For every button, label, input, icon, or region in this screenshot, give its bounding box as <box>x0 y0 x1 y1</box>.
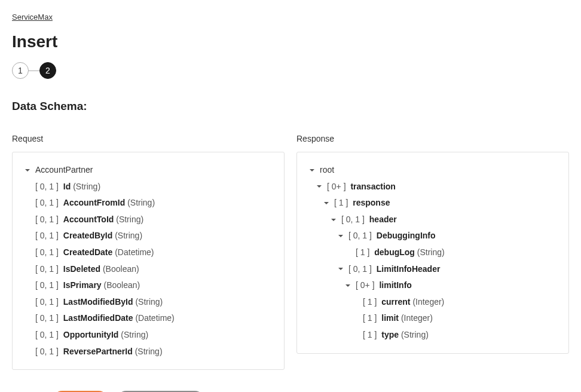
tree-node-limitinfoheader[interactable]: [ 0, 1 ] LimitInfoHeader <box>308 261 558 278</box>
chevron-down-icon[interactable] <box>308 166 316 174</box>
tree-node-label: [ 0+ ] transaction <box>327 181 396 193</box>
response-panel: root [ 0+ ] transaction [ 1 ] response [… <box>296 152 569 354</box>
response-column-title: Response <box>296 134 569 143</box>
step-indicator: 1 2 <box>12 62 569 79</box>
chevron-down-icon[interactable] <box>322 199 331 207</box>
chevron-down-icon[interactable] <box>337 232 345 240</box>
tree-leaf[interactable]: [ 0, 1 ] IsPrimary (Boolean) <box>23 277 273 294</box>
tree-leaf-label: [ 0, 1 ] LastModifiedDate (Datetime) <box>35 313 175 324</box>
tree-leaf[interactable]: [ 0, 1 ] ReversePartnerId (String) <box>23 344 273 360</box>
tree-node-label: [ 0+ ] limitInfo <box>356 280 412 292</box>
tree-leaf[interactable]: [ 0, 1 ] AccountFromId (String) <box>23 195 273 212</box>
tree-node-label: [ 1 ] response <box>334 197 390 209</box>
response-column: Response root [ 0+ ] transaction [ 1 ] r… <box>296 134 569 370</box>
tree-node-limitinfo[interactable]: [ 0+ ] limitInfo <box>308 277 558 294</box>
tree-node-response[interactable]: [ 1 ] response <box>308 195 558 212</box>
tree-leaf-limit[interactable]: [ 1 ] limit (Integer) <box>308 310 558 327</box>
tree-node-label: [ 0, 1 ] header <box>341 214 397 226</box>
request-column-title: Request <box>12 134 285 143</box>
tree-node-label: AccountPartner <box>35 164 93 176</box>
tree-leaf-label: [ 0, 1 ] AccountToId (String) <box>35 214 143 226</box>
step-connector <box>29 71 39 71</box>
step-2[interactable]: 2 <box>39 62 56 79</box>
section-title: Data Schema: <box>12 100 569 113</box>
tree-leaf-label: [ 0, 1 ] LastModifiedById (String) <box>35 296 163 308</box>
tree-leaf-label: [ 1 ] debugLog (String) <box>356 247 445 259</box>
tree-leaf-label: [ 0, 1 ] CreatedDate (Datetime) <box>35 247 154 259</box>
chevron-down-icon[interactable] <box>23 166 32 174</box>
chevron-down-icon[interactable] <box>329 216 338 224</box>
request-panel: AccountPartner [ 0, 1 ] Id (String)[ 0, … <box>12 152 285 370</box>
tree-node-label: [ 0, 1 ] DebuggingInfo <box>348 230 436 242</box>
page-title: Insert <box>12 32 569 51</box>
tree-leaf-label: [ 0, 1 ] AccountFromId (String) <box>35 197 155 209</box>
chevron-down-icon[interactable] <box>344 281 352 290</box>
tree-leaf-label: [ 1 ] type (String) <box>363 329 429 341</box>
tree-leaf-debuglog[interactable]: [ 1 ] debugLog (String) <box>308 244 558 261</box>
tree-leaf[interactable]: [ 0, 1 ] IsDeleted (Boolean) <box>23 261 273 278</box>
tree-leaf[interactable]: [ 0, 1 ] OpportunityId (String) <box>23 327 273 344</box>
chevron-down-icon[interactable] <box>315 182 323 191</box>
tree-leaf[interactable]: [ 0, 1 ] AccountToId (String) <box>23 212 273 228</box>
step-1[interactable]: 1 <box>12 62 29 79</box>
tree-leaf[interactable]: [ 0, 1 ] LastModifiedById (String) <box>23 294 273 311</box>
tree-node-header[interactable]: [ 0, 1 ] header <box>308 212 558 228</box>
tree-leaf-label: [ 0, 1 ] IsDeleted (Boolean) <box>35 264 139 275</box>
tree-leaf-label: [ 1 ] current (Integer) <box>363 296 444 308</box>
request-column: Request AccountPartner [ 0, 1 ] Id (Stri… <box>12 134 285 370</box>
tree-leaf[interactable]: [ 0, 1 ] CreatedDate (Datetime) <box>23 244 273 261</box>
chevron-down-icon[interactable] <box>337 265 345 273</box>
tree-leaf-label: [ 0, 1 ] Id (String) <box>35 181 100 193</box>
tree-node-label: root <box>320 164 334 176</box>
tree-node[interactable]: AccountPartner <box>23 162 273 179</box>
tree-leaf-label: [ 0, 1 ] IsPrimary (Boolean) <box>35 280 140 292</box>
tree-node-root[interactable]: root <box>308 162 558 179</box>
tree-node-debugginginfo[interactable]: [ 0, 1 ] DebuggingInfo <box>308 228 558 244</box>
tree-node-label: [ 0, 1 ] LimitInfoHeader <box>348 264 440 275</box>
schema-columns: Request AccountPartner [ 0, 1 ] Id (Stri… <box>12 134 569 370</box>
tree-leaf-label: [ 1 ] limit (Integer) <box>363 313 433 324</box>
tree-leaf[interactable]: [ 0, 1 ] LastModifiedDate (Datetime) <box>23 310 273 327</box>
tree-node-transaction[interactable]: [ 0+ ] transaction <box>308 179 558 195</box>
tree-leaf-type[interactable]: [ 1 ] type (String) <box>308 327 558 344</box>
tree-leaf-label: [ 0, 1 ] CreatedById (String) <box>35 230 142 242</box>
tree-leaf-label: [ 0, 1 ] OpportunityId (String) <box>35 329 148 341</box>
tree-leaf[interactable]: [ 0, 1 ] Id (String) <box>23 179 273 195</box>
tree-leaf-label: [ 0, 1 ] ReversePartnerId (String) <box>35 346 163 358</box>
tree-leaf-current[interactable]: [ 1 ] current (Integer) <box>308 294 558 311</box>
breadcrumb-link[interactable]: ServiceMax <box>12 13 53 22</box>
tree-leaf[interactable]: [ 0, 1 ] CreatedById (String) <box>23 228 273 244</box>
